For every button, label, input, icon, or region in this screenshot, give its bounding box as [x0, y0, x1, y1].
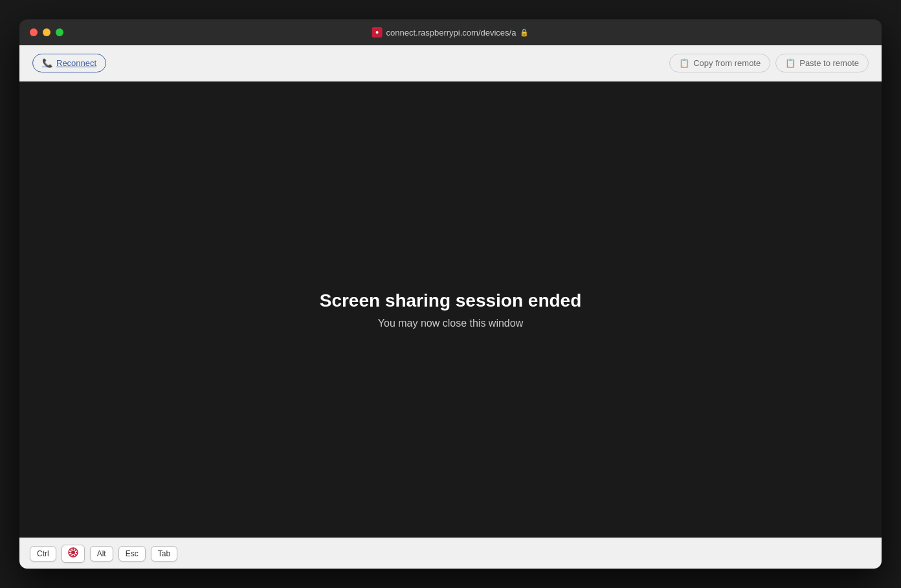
- toolbar-right: 📋 Copy from remote 📋 Paste to remote: [669, 54, 869, 72]
- esc-label: Esc: [126, 549, 139, 558]
- minimize-button[interactable]: [43, 28, 50, 36]
- toolbar: 📞 Reconnect 📋 Copy from remote 📋 Paste t…: [19, 45, 882, 82]
- page-url: connect.raspberrypi.com/devices/a: [386, 28, 517, 38]
- svg-point-6: [69, 551, 70, 552]
- esc-key-button[interactable]: Esc: [118, 546, 146, 561]
- copy-from-remote-label: Copy from remote: [693, 58, 761, 68]
- paste-to-remote-label: Paste to remote: [799, 58, 859, 68]
- svg-point-8: [70, 549, 71, 550]
- svg-point-11: [74, 554, 76, 555]
- raspberry-icon: [67, 547, 79, 561]
- lock-icon: 🔒: [520, 28, 529, 37]
- bottom-bar: Ctrl Alt Esc: [19, 538, 882, 569]
- browser-window: connect.raspberrypi.com/devices/a 🔒 📞 Re…: [19, 19, 882, 569]
- copy-from-remote-button[interactable]: 📋 Copy from remote: [669, 54, 770, 72]
- tab-label: Tab: [158, 549, 170, 558]
- ctrl-key-button[interactable]: Ctrl: [30, 546, 56, 561]
- svg-point-5: [72, 554, 73, 556]
- svg-point-7: [75, 551, 76, 552]
- reconnect-label: Reconnect: [56, 58, 96, 68]
- tab-key-button[interactable]: Tab: [151, 546, 177, 561]
- main-content: Screen sharing session ended You may now…: [19, 82, 882, 538]
- close-button[interactable]: [30, 28, 38, 36]
- ctrl-label: Ctrl: [37, 549, 49, 558]
- address-bar: connect.raspberrypi.com/devices/a 🔒: [372, 27, 529, 38]
- phone-icon: 📞: [42, 58, 52, 68]
- session-ended-panel: Screen sharing session ended You may now…: [320, 290, 582, 329]
- svg-point-9: [74, 549, 76, 550]
- raspberry-key-button[interactable]: [61, 545, 85, 563]
- svg-point-1: [376, 31, 379, 34]
- traffic-lights: [30, 28, 63, 36]
- session-ended-title: Screen sharing session ended: [320, 290, 582, 311]
- title-bar: connect.raspberrypi.com/devices/a 🔒: [19, 19, 882, 45]
- svg-point-4: [72, 548, 73, 549]
- favicon-icon: [372, 27, 383, 38]
- svg-point-3: [71, 550, 75, 554]
- paste-icon: 📋: [785, 58, 795, 68]
- maximize-button[interactable]: [56, 28, 63, 36]
- alt-key-button[interactable]: Alt: [90, 546, 113, 561]
- copy-icon: 📋: [679, 58, 689, 68]
- svg-point-10: [70, 554, 71, 555]
- alt-label: Alt: [97, 549, 106, 558]
- session-ended-subtitle: You may now close this window: [320, 318, 582, 329]
- reconnect-button[interactable]: 📞 Reconnect: [32, 54, 106, 72]
- paste-to-remote-button[interactable]: 📋 Paste to remote: [775, 54, 869, 72]
